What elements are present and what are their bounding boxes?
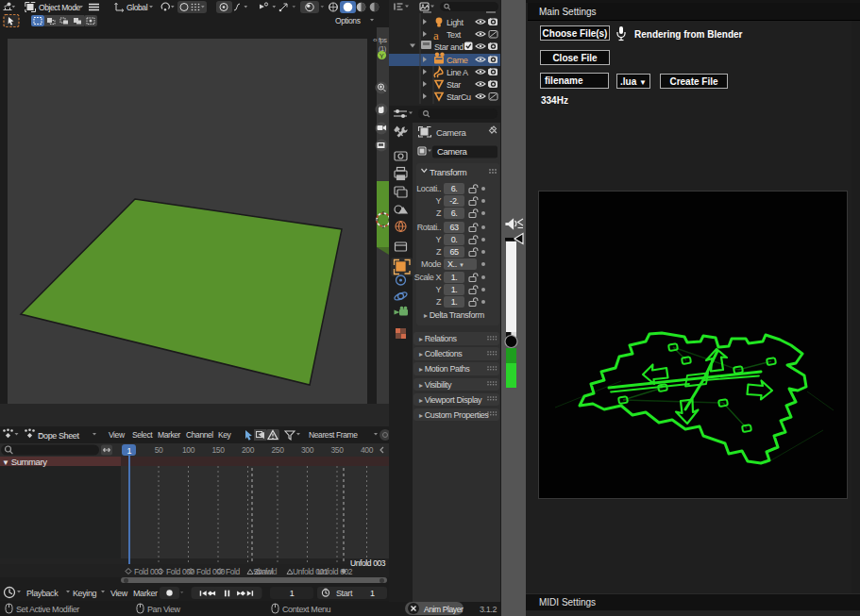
svg-text:View: View xyxy=(109,430,126,440)
svg-text:View: View xyxy=(110,589,128,598)
svg-text:Line A: Line A xyxy=(447,68,468,77)
svg-text:Playback: Playback xyxy=(26,589,59,598)
svg-text:Fold: Fold xyxy=(226,567,241,576)
svg-text:50: 50 xyxy=(155,445,163,455)
svg-text:Set Active Modifier: Set Active Modifier xyxy=(16,605,79,614)
svg-text:100: 100 xyxy=(182,445,195,455)
svg-text:Select: Select xyxy=(132,430,153,440)
svg-text:Light: Light xyxy=(447,18,464,27)
svg-text:Key: Key xyxy=(218,430,232,440)
svg-text:Start: Start xyxy=(336,589,353,598)
svg-text:Camera: Camera xyxy=(436,127,467,138)
svg-text:Unfold 002: Unfold 002 xyxy=(317,567,353,576)
svg-text:Context Menu: Context Menu xyxy=(282,605,331,614)
svg-text:1: 1 xyxy=(370,589,375,598)
svg-text:Unfold 003: Unfold 003 xyxy=(350,558,386,568)
svg-text:Came: Came xyxy=(447,56,468,65)
svg-text:StarCu: StarCu xyxy=(447,92,471,102)
svg-text:Fold 000: Fold 000 xyxy=(166,567,195,576)
svg-text:1: 1 xyxy=(290,589,295,598)
svg-text:Marker: Marker xyxy=(158,430,181,440)
svg-text:a: a xyxy=(433,28,439,42)
svg-text:1: 1 xyxy=(127,446,132,456)
svg-text:Text: Text xyxy=(447,30,462,40)
svg-text:400: 400 xyxy=(361,445,374,455)
svg-text:300: 300 xyxy=(301,445,314,455)
svg-text:Y: Y xyxy=(379,53,384,59)
svg-text:Nearest Frame: Nearest Frame xyxy=(309,430,358,440)
svg-text:Marker: Marker xyxy=(133,589,158,598)
svg-text:350: 350 xyxy=(331,445,345,455)
svg-text:Transform: Transform xyxy=(430,167,467,177)
svg-text:Anim Player: Anim Player xyxy=(424,605,464,614)
svg-text:3.1.2: 3.1.2 xyxy=(480,605,497,614)
svg-text:Keying: Keying xyxy=(73,589,97,598)
svg-text:Options: Options xyxy=(335,16,361,25)
svg-text:Unfold: Unfold xyxy=(256,567,278,576)
svg-text:Camera: Camera xyxy=(437,146,468,157)
svg-text:Dope Sheet: Dope Sheet xyxy=(38,431,79,441)
svg-text:Fold 003: Fold 003 xyxy=(134,567,163,576)
svg-text:200: 200 xyxy=(242,445,255,455)
svg-text:Channel: Channel xyxy=(186,430,213,440)
svg-text:Star: Star xyxy=(447,80,461,90)
svg-text:150: 150 xyxy=(212,445,226,455)
svg-text:Object Mode: Object Mode xyxy=(39,3,80,12)
svg-text:250: 250 xyxy=(272,445,285,455)
svg-text:Pan View: Pan View xyxy=(147,605,181,614)
svg-text:Global: Global xyxy=(126,3,148,12)
svg-text:Fold 000: Fold 000 xyxy=(196,567,226,576)
